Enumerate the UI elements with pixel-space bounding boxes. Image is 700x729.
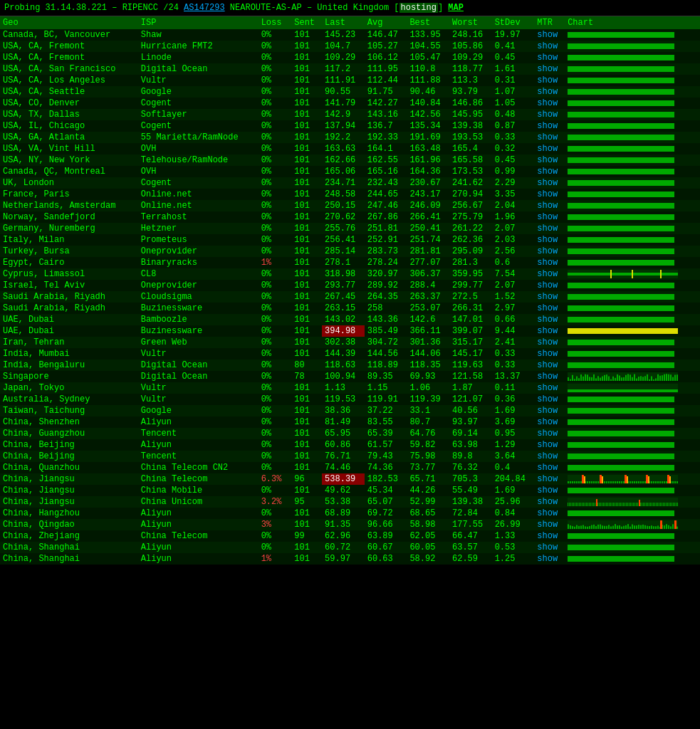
cell-mtr[interactable]: show bbox=[534, 211, 565, 223]
cell-mtr[interactable]: show bbox=[534, 143, 565, 154]
cell-mtr[interactable]: show bbox=[534, 63, 565, 75]
cell-isp: Cogent bbox=[138, 177, 258, 189]
cell-avg: 65.39 bbox=[365, 428, 407, 439]
cell-mtr[interactable]: show bbox=[534, 109, 565, 120]
cell-mtr[interactable]: show bbox=[534, 394, 565, 405]
cell-mtr[interactable]: show bbox=[534, 132, 565, 143]
cell-worst: 113.3 bbox=[449, 75, 492, 86]
cell-avg: 247.46 bbox=[365, 200, 407, 211]
cell-mtr[interactable]: show bbox=[534, 542, 565, 553]
cell-mtr[interactable]: show bbox=[534, 303, 565, 314]
cell-mtr[interactable]: show bbox=[534, 234, 565, 246]
cell-mtr[interactable]: show bbox=[534, 200, 565, 211]
cell-isp: Aliyun bbox=[138, 519, 258, 530]
cell-mtr[interactable]: show bbox=[534, 508, 565, 519]
cell-loss: 0% bbox=[258, 451, 292, 462]
cell-stdev: 0.11 bbox=[492, 382, 535, 394]
cell-mtr[interactable]: show bbox=[534, 371, 565, 382]
as-link[interactable]: AS147293 bbox=[184, 3, 225, 13]
cell-mtr[interactable]: show bbox=[534, 451, 565, 462]
cell-stdev: 0.84 bbox=[492, 508, 535, 519]
cell-mtr[interactable]: show bbox=[534, 75, 565, 86]
cell-worst: 705.3 bbox=[449, 473, 492, 485]
cell-mtr[interactable]: show bbox=[534, 166, 565, 177]
table-row: China, HangzhouAliyun0%10168.8969.7268.6… bbox=[0, 508, 700, 519]
chart-bar-container bbox=[568, 361, 678, 369]
cell-mtr[interactable]: show bbox=[534, 382, 565, 394]
cell-last: 285.14 bbox=[322, 246, 365, 257]
cell-mtr[interactable]: show bbox=[534, 473, 565, 485]
table-row: Germany, NurembergHetzner0%101255.76251.… bbox=[0, 223, 700, 234]
cell-best: 60.05 bbox=[407, 542, 449, 553]
cell-chart bbox=[565, 519, 700, 530]
cell-mtr[interactable]: show bbox=[534, 405, 565, 416]
cell-sent: 101 bbox=[291, 303, 322, 314]
cell-mtr[interactable]: show bbox=[534, 41, 565, 52]
chart-bar-container bbox=[568, 247, 678, 256]
cell-mtr[interactable]: show bbox=[534, 29, 565, 41]
cell-mtr[interactable]: show bbox=[534, 120, 565, 132]
cell-chart bbox=[565, 405, 700, 416]
cell-mtr[interactable]: show bbox=[534, 325, 565, 337]
cell-avg: 142.27 bbox=[365, 98, 407, 109]
cell-mtr[interactable]: show bbox=[534, 496, 565, 508]
cell-avg: 165.16 bbox=[365, 166, 407, 177]
cell-sent: 101 bbox=[291, 154, 322, 166]
cell-stdev: 0.45 bbox=[492, 154, 535, 166]
cell-best: 142.6 bbox=[407, 314, 449, 325]
cell-mtr[interactable]: show bbox=[534, 291, 565, 303]
table-row: Saudi Arabia, RiyadhCloudsigma0%101267.4… bbox=[0, 291, 700, 303]
cell-mtr[interactable]: show bbox=[534, 428, 565, 439]
cell-worst: 121.07 bbox=[449, 394, 492, 405]
cell-mtr[interactable]: show bbox=[534, 462, 565, 473]
cell-mtr[interactable]: show bbox=[534, 268, 565, 280]
cell-mtr[interactable]: show bbox=[534, 553, 565, 565]
cell-last: 104.7 bbox=[322, 41, 365, 52]
cell-mtr[interactable]: show bbox=[534, 86, 565, 98]
hosting-badge[interactable]: hosting bbox=[399, 3, 438, 13]
cell-last: 76.71 bbox=[322, 451, 365, 462]
cell-mtr[interactable]: show bbox=[534, 177, 565, 189]
cell-sent: 101 bbox=[291, 291, 322, 303]
probe-table: Geo ISP Loss Sent Last Avg Best Worst St… bbox=[0, 16, 700, 565]
cell-stdev: 1.07 bbox=[492, 86, 535, 98]
cell-mtr[interactable]: show bbox=[534, 530, 565, 542]
cell-mtr[interactable]: show bbox=[534, 189, 565, 200]
cell-avg: 96.66 bbox=[365, 519, 407, 530]
cell-geo: China, Shenzhen bbox=[0, 416, 138, 428]
map-link[interactable]: MAP bbox=[448, 3, 464, 13]
cell-best: 1.06 bbox=[407, 382, 449, 394]
cell-worst: 270.94 bbox=[449, 189, 492, 200]
cell-chart bbox=[565, 473, 700, 485]
cell-stdev: 3.64 bbox=[492, 451, 535, 462]
table-row: China, JiangsuChina Telecom6.3%96538.391… bbox=[0, 473, 700, 485]
cell-mtr[interactable]: show bbox=[534, 154, 565, 166]
cell-mtr[interactable]: show bbox=[534, 314, 565, 325]
cell-mtr[interactable]: show bbox=[534, 416, 565, 428]
table-row: China, QingdaoAliyun3%10191.3596.6658.98… bbox=[0, 519, 700, 530]
cell-mtr[interactable]: show bbox=[534, 519, 565, 530]
cell-mtr[interactable]: show bbox=[534, 223, 565, 234]
cell-mtr[interactable]: show bbox=[534, 485, 565, 496]
cell-last: 263.15 bbox=[322, 303, 365, 314]
cell-mtr[interactable]: show bbox=[534, 360, 565, 371]
cell-worst: 177.55 bbox=[449, 519, 492, 530]
cell-mtr[interactable]: show bbox=[534, 439, 565, 451]
cell-stdev: 0.99 bbox=[492, 166, 535, 177]
cell-loss: 0% bbox=[258, 86, 292, 98]
cell-mtr[interactable]: show bbox=[534, 52, 565, 63]
cell-mtr[interactable]: show bbox=[534, 337, 565, 348]
cell-mtr[interactable]: show bbox=[534, 246, 565, 257]
cell-geo: UAE, Dubai bbox=[0, 314, 138, 325]
cell-loss: 0% bbox=[258, 439, 292, 451]
cell-mtr[interactable]: show bbox=[534, 98, 565, 109]
cell-mtr[interactable]: show bbox=[534, 280, 565, 291]
cell-sent: 101 bbox=[291, 223, 322, 234]
cell-mtr[interactable]: show bbox=[534, 348, 565, 360]
cell-best: 246.09 bbox=[407, 200, 449, 211]
cell-mtr[interactable]: show bbox=[534, 257, 565, 268]
header-prefix: Probing 31.14.38.221 – RIPENCC /24 bbox=[4, 3, 184, 13]
cell-best: 73.77 bbox=[407, 462, 449, 473]
cell-best: 44.26 bbox=[407, 485, 449, 496]
cell-last: 256.41 bbox=[322, 234, 365, 246]
